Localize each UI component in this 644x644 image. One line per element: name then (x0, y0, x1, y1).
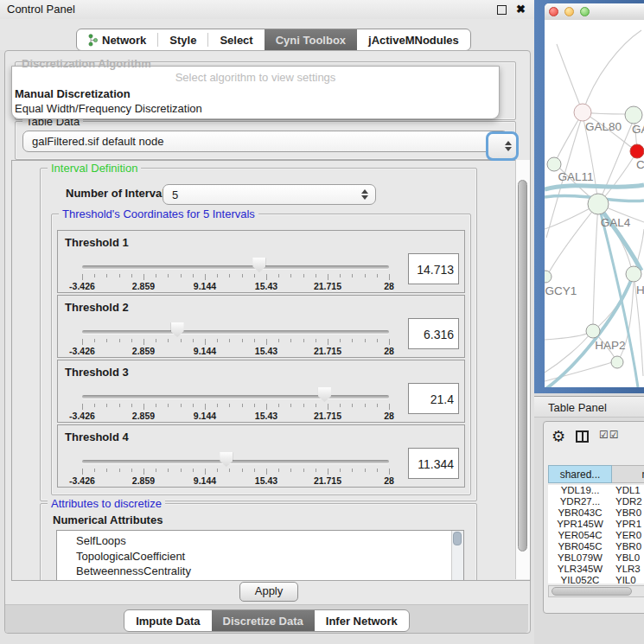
panel-title: Control Panel (7, 3, 75, 16)
network-graph[interactable]: GAL80GALCGAL11GAL4GCY1HHAP2 (545, 20, 644, 387)
settings-scroll-area: Interval Definition Number of Intervals … (11, 160, 531, 581)
slider-tick-label: 28 (384, 281, 394, 291)
network-node[interactable] (545, 271, 552, 283)
minimize-traffic-light-icon[interactable] (564, 7, 574, 16)
slider-tick (352, 274, 353, 277)
threshold-value-field[interactable]: 11.344 (408, 448, 459, 479)
slider-tick (352, 339, 353, 342)
attributes-scrollbar[interactable] (451, 531, 463, 581)
slider-tick (193, 339, 194, 342)
algorithm-option[interactable]: Manual Discretization (15, 87, 131, 100)
slider-tick (156, 339, 156, 342)
numerical-attributes-list[interactable]: SelfLoopsTopologicalCoefficientBetweenne… (56, 530, 464, 581)
slider-tick (328, 469, 328, 475)
number-of-intervals-value: 5 (172, 188, 178, 201)
network-node[interactable] (630, 144, 644, 158)
slider-tick (290, 339, 291, 342)
close-icon[interactable]: ✖ (516, 3, 526, 16)
scrollbar-thumb[interactable] (518, 180, 527, 552)
select-columns-icon[interactable]: ☑☑ (599, 429, 620, 441)
column-header-shared-name[interactable]: shared... (548, 465, 612, 483)
network-node[interactable] (626, 266, 641, 282)
slider-tick (278, 404, 279, 407)
slider-track[interactable] (82, 265, 389, 269)
slider-tick (217, 404, 218, 407)
slider-handle[interactable] (171, 322, 184, 337)
slider-tick (242, 339, 243, 342)
network-node[interactable] (586, 324, 600, 338)
tab-impute-data[interactable]: Impute Data (124, 610, 211, 631)
table-horizontal-scrollbar[interactable] (548, 585, 644, 597)
scrollbar-thumb[interactable] (453, 532, 462, 545)
scrollbar-thumb[interactable] (552, 587, 632, 596)
threshold-value-field[interactable]: 14.713 (408, 253, 459, 284)
slider-tick (156, 404, 156, 407)
tab-infer-network[interactable]: Infer Network (315, 610, 409, 631)
table-data-group: Table Data galFiltered.sif default node (15, 121, 516, 160)
threshold-panel: Threshold 2-3.4262.8599.14415.4321.71528… (57, 295, 465, 358)
slider-tick (352, 404, 353, 407)
slider-handle[interactable] (318, 387, 331, 402)
network-node[interactable] (625, 106, 642, 124)
slider-tick (328, 339, 328, 345)
threshold-value-field[interactable]: 21.4 (408, 383, 459, 414)
table-row[interactable]: YIL052CYIL0 (548, 575, 644, 583)
apply-button[interactable]: Apply (239, 582, 298, 602)
tab-network[interactable]: Network (77, 29, 157, 50)
slider-tick (94, 274, 95, 277)
table-row[interactable]: YBR045CYBR0 (548, 541, 644, 552)
slider-handle[interactable] (220, 452, 233, 467)
table-row[interactable]: YBL079WYBL0 (548, 552, 644, 564)
attribute-item[interactable]: BetweennessCentrality (57, 564, 463, 579)
slider-tick (94, 339, 95, 342)
algorithm-dropdown-popup: Select algorithm to view settings Manual… (11, 66, 500, 119)
network-edge (583, 30, 641, 112)
slider-track[interactable] (82, 460, 389, 463)
tab-jactivemnodules[interactable]: jActiveMNodules (357, 29, 470, 50)
network-node[interactable] (611, 356, 623, 368)
slider-tick-label: 2.859 (132, 475, 155, 486)
threshold-value-field[interactable]: 6.316 (408, 318, 459, 349)
slider-tick (168, 274, 169, 277)
table-rows[interactable]: YDL19...YDL1YDR27...YDR2YBR043CYBR0YPR14… (548, 485, 644, 583)
main-scrollbar[interactable] (515, 160, 530, 579)
tab-cyni-toolbox[interactable]: Cyni Toolbox (265, 29, 357, 50)
table-row[interactable]: YDL19...YDL1 (548, 485, 644, 496)
cell-name: YIL0 (612, 575, 636, 583)
float-window-icon[interactable] (497, 5, 507, 15)
slider-track[interactable] (82, 330, 389, 334)
table-row[interactable]: YDR27...YDR2 (548, 496, 644, 507)
slider-handle[interactable] (252, 258, 265, 272)
tab-style[interactable]: Style (158, 29, 207, 50)
column-header-name[interactable]: name (612, 465, 644, 483)
table-row[interactable]: YER054CYER0 (548, 530, 644, 541)
network-node[interactable] (588, 194, 609, 214)
split-columns-icon[interactable] (576, 430, 589, 443)
number-of-intervals-combobox[interactable]: 5 (163, 184, 376, 205)
tab-select[interactable]: Select (208, 29, 264, 50)
algorithm-option[interactable]: Equal Width/Frequency Discretization (15, 102, 202, 115)
network-node[interactable] (547, 157, 561, 171)
slider-tick (316, 404, 316, 407)
slider-track[interactable] (82, 395, 389, 399)
table-row[interactable]: YBR043CYBR0 (548, 507, 644, 519)
attribute-item[interactable]: TopologicalCoefficient (57, 549, 463, 564)
tab-discretize-data[interactable]: Discretize Data (212, 610, 315, 631)
slider-tick (193, 274, 194, 277)
table-row[interactable]: YLR345WYLR3 (548, 564, 644, 575)
control-panel-titlebar: Control Panel ✖ (0, 0, 534, 20)
zoom-traffic-light-icon[interactable] (580, 7, 590, 16)
algorithm-combobox[interactable] (486, 131, 519, 161)
table-data-combobox[interactable]: galFiltered.sif default node (22, 131, 508, 152)
network-node[interactable] (574, 104, 591, 121)
table-row[interactable]: YPR145WYPR1 (548, 519, 644, 530)
attribute-item[interactable]: SelfLoops (57, 533, 463, 549)
slider-tick (365, 469, 366, 472)
network-node-label: GAL11 (558, 170, 593, 183)
gear-icon[interactable]: ⚙ (552, 427, 565, 446)
close-traffic-light-icon[interactable] (549, 7, 558, 16)
network-canvas[interactable]: GAL80GALCGAL11GAL4GCY1HHAP2 (545, 20, 644, 387)
slider-tick (278, 274, 279, 277)
slider-tick (389, 274, 390, 280)
threshold-label: Threshold 4 (65, 430, 129, 443)
